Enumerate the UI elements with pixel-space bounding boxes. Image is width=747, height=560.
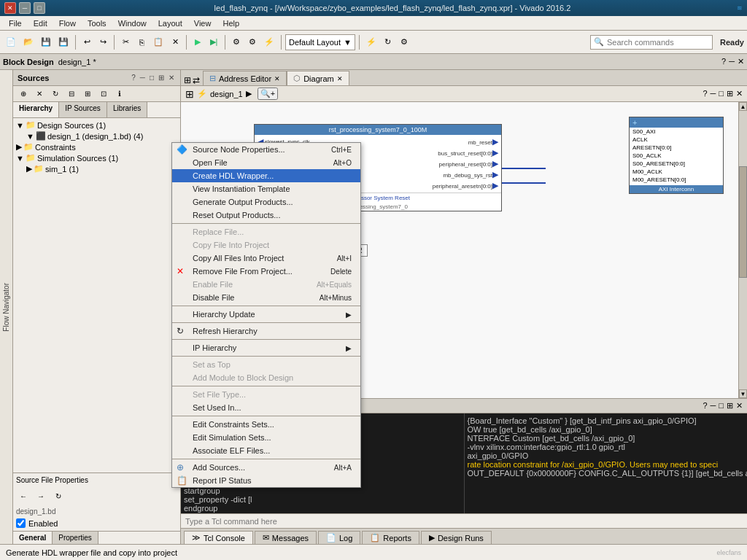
synth-button[interactable]: ⚙ xyxy=(229,34,244,51)
btm-tab-design-runs[interactable]: ▶ Design Runs xyxy=(421,531,492,544)
menu-flow[interactable]: Flow xyxy=(53,18,82,29)
ctx-add-sources[interactable]: ⊕ Add Sources... Alt+A xyxy=(172,461,360,474)
sources-help-btn[interactable]: ? xyxy=(130,74,137,82)
diag-help-btn[interactable]: ? xyxy=(703,89,707,98)
gp-tab-general[interactable]: General xyxy=(13,532,53,544)
run-button[interactable]: ▶ xyxy=(190,34,205,51)
sources-collapse-btn[interactable]: ⊟ xyxy=(64,85,79,103)
tree-sim1[interactable]: ▶ 📁 sim_1 (1) xyxy=(15,163,179,174)
menu-file[interactable]: File xyxy=(3,18,28,29)
ctx-disable-file[interactable]: Disable File Alt+Minus xyxy=(172,291,360,304)
ctx-set-usedin[interactable]: Set Used In... xyxy=(172,401,360,414)
sources-expand-btn[interactable]: ⊞ xyxy=(80,85,95,103)
diag-minimize-btn[interactable]: ─ xyxy=(711,89,716,98)
redo-button[interactable]: ↪ xyxy=(96,34,110,51)
menu-layout[interactable]: Layout xyxy=(152,18,188,29)
btm-tab-log[interactable]: 📄 Log xyxy=(318,531,360,544)
tab-diagram[interactable]: ⬡ Diagram ✕ xyxy=(287,71,349,85)
diag-close-btn[interactable]: ✕ xyxy=(736,89,743,98)
sources-close-btn[interactable]: ✕ xyxy=(167,74,176,82)
btm-tab-reports[interactable]: 📋 Reports xyxy=(362,531,419,544)
scroll-track[interactable] xyxy=(739,111,747,389)
axi-interconnect-block[interactable]: + S00_AXI ACLK ARESETN[0:0] S00_ACLK S00… xyxy=(629,117,724,194)
impl-button[interactable]: ⚙ xyxy=(245,34,260,51)
search-input[interactable] xyxy=(607,38,709,47)
tcl-input-bar[interactable] xyxy=(181,513,747,528)
source-tab-hierarchy[interactable]: Hierarchy xyxy=(13,102,59,117)
scroll-thumb[interactable] xyxy=(739,166,747,278)
source-back-btn[interactable]: ← xyxy=(16,487,31,505)
save-all-button[interactable]: 💾 xyxy=(55,34,71,51)
new-file-button[interactable]: 📄 xyxy=(3,34,19,51)
search-box[interactable]: 🔍 xyxy=(590,35,713,50)
ctx-hierarchy-update[interactable]: Hierarchy Update ▶ xyxy=(172,308,360,321)
minimize-button[interactable]: ─ xyxy=(19,2,31,14)
ctx-open-file[interactable]: Open File Alt+O xyxy=(172,156,360,169)
enabled-checkbox[interactable] xyxy=(16,518,26,528)
sources-maximize-btn[interactable]: ⊞ xyxy=(157,74,166,82)
scroll-up-btn[interactable]: ▲ xyxy=(739,102,747,111)
bd-minimize-btn[interactable]: ─ xyxy=(729,57,735,66)
ctx-source-props[interactable]: 🔷 Source Node Properties... Ctrl+E xyxy=(172,143,360,156)
close-button[interactable]: ✕ xyxy=(4,2,16,14)
tab-address-editor[interactable]: ⊟ Address Editor ✕ xyxy=(203,71,287,85)
maximize-button[interactable]: □ xyxy=(34,2,45,14)
title-bar-controls[interactable]: ✕ ─ □ xyxy=(4,2,45,14)
menu-edit[interactable]: Edit xyxy=(28,18,53,29)
open-file-button[interactable]: 📂 xyxy=(20,34,36,51)
ctx-ip-hierarchy[interactable]: IP Hierarchy ▶ xyxy=(172,341,360,354)
tcl-close-btn[interactable]: ✕ xyxy=(736,401,743,411)
gp-tab-properties[interactable]: Properties xyxy=(53,532,98,544)
vertical-scrollbar[interactable]: ▲ ▼ xyxy=(738,102,747,398)
ctx-assoc-elf[interactable]: Associate ELF Files... xyxy=(172,444,360,457)
bd-help-btn[interactable]: ? xyxy=(721,57,726,66)
sources-filter-btn[interactable]: ⊡ xyxy=(96,85,111,103)
menu-window[interactable]: Window xyxy=(112,18,152,29)
layout-dropdown[interactable]: Default Layout ▼ xyxy=(285,34,355,50)
tree-sim-sources[interactable]: ▼ 📁 Simulation Sources (1) xyxy=(15,152,179,163)
ctx-copy-all[interactable]: Copy All Files Into Project Alt+I xyxy=(172,252,360,265)
tcl-help-btn[interactable]: ? xyxy=(703,401,707,411)
ctx-gen-output[interactable]: Generate Output Products... xyxy=(172,195,360,209)
diag-float-btn[interactable]: □ xyxy=(719,89,724,98)
tcl-maximize-btn[interactable]: ⊞ xyxy=(727,401,733,411)
bd-close-btn[interactable]: ✕ xyxy=(738,57,744,66)
sources-refresh-btn[interactable]: ↻ xyxy=(48,85,63,103)
ctx-view-template[interactable]: View Instantiation Template xyxy=(172,182,360,195)
ctx-refresh-hierarchy[interactable]: ↻ Refresh Hierarchy xyxy=(172,324,360,338)
ctx-reset-output[interactable]: Reset Output Products... xyxy=(172,209,360,222)
menu-help[interactable]: Help xyxy=(217,18,245,29)
save-button[interactable]: 💾 xyxy=(38,34,54,51)
sources-remove-btn[interactable]: ✕ xyxy=(32,85,47,103)
paste-button[interactable]: 📋 xyxy=(150,34,166,51)
delete-button[interactable]: ✕ xyxy=(168,34,182,51)
bitstream-button[interactable]: ⚡ xyxy=(261,34,277,51)
menu-tools[interactable]: Tools xyxy=(82,18,112,29)
refresh-button[interactable]: ↻ xyxy=(381,34,395,51)
tcl-command-input[interactable] xyxy=(185,517,743,526)
menu-view[interactable]: View xyxy=(188,18,217,29)
prog-device-button[interactable]: ⚡ xyxy=(363,34,379,51)
ctx-remove-file[interactable]: ✕ Remove File From Project... Delete xyxy=(172,265,360,278)
undo-button[interactable]: ↩ xyxy=(80,34,94,51)
tcl-float-btn[interactable]: □ xyxy=(719,401,724,411)
step-button[interactable]: ▶| xyxy=(206,34,221,51)
source-tab-libraries[interactable]: Libraries xyxy=(107,102,147,117)
scroll-down-btn[interactable]: ▼ xyxy=(739,389,747,398)
source-refresh-props-btn[interactable]: ↻ xyxy=(51,487,66,505)
sources-minimize-btn[interactable]: ─ xyxy=(139,74,147,82)
tree-design1-bd[interactable]: ▼ ⬛ design_1 (design_1.bd) (4) xyxy=(15,131,179,141)
axi-add-btn[interactable]: + xyxy=(632,118,637,127)
btm-tab-tcl[interactable]: ≫ Tcl Console xyxy=(184,531,253,544)
ctx-edit-constraints[interactable]: Edit Constraints Sets... xyxy=(172,418,360,431)
ctx-edit-sim[interactable]: Edit Simulation Sets... xyxy=(172,431,360,444)
tcl-minimize-btn[interactable]: ─ xyxy=(711,401,716,411)
settings-button[interactable]: ⚙ xyxy=(397,34,411,51)
sources-add-btn[interactable]: ⊕ xyxy=(16,85,31,103)
source-tab-ip[interactable]: IP Sources xyxy=(59,102,107,117)
zoom-in-btn[interactable]: 🔍+ xyxy=(258,88,278,100)
ctx-create-hdl[interactable]: Create HDL Wrapper... xyxy=(172,169,360,182)
copy-button[interactable]: ⎘ xyxy=(134,34,149,51)
tree-constraints[interactable]: ▶ 📁 Constraints xyxy=(15,141,179,152)
source-fwd-btn[interactable]: → xyxy=(34,487,48,505)
